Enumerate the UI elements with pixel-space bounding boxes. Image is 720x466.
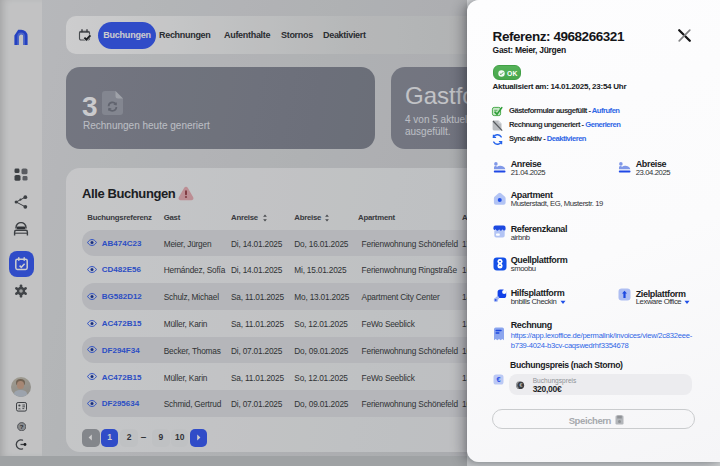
svg-text:€: €: [519, 382, 522, 388]
